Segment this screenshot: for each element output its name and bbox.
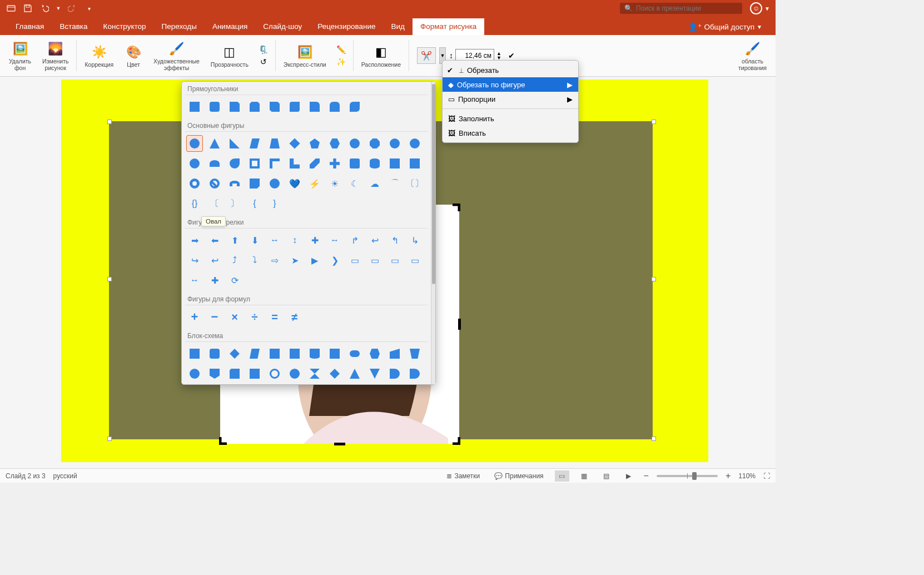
shapes-scroll-area[interactable]: Прямоугольники Основные фигуры — [182, 82, 431, 384]
shape-equal[interactable]: = — [266, 309, 283, 325]
shape-arrow-curved-left[interactable]: ↩ — [206, 252, 223, 269]
crop-mark-s[interactable] — [334, 443, 345, 445]
shape-arrow-curved-right[interactable]: ↪ — [186, 252, 203, 269]
shape-arrow-striped[interactable]: ⇨ — [266, 252, 283, 269]
shape-lightning[interactable]: ⚡ — [306, 175, 323, 192]
shape-arrow-callout-lr[interactable]: ↔ — [186, 272, 203, 289]
transparency-button[interactable]: ◫ Прозрачность — [206, 37, 253, 75]
shape-plaque[interactable] — [346, 155, 363, 172]
shape-fc-stored[interactable] — [386, 365, 403, 382]
compress-pictures-icon[interactable]: 🗜️ — [257, 43, 270, 56]
shape-arrow-callout-l[interactable]: ▭ — [366, 252, 383, 269]
shape-diag-stripe[interactable] — [306, 155, 323, 172]
feedback-smile-icon[interactable]: ☺ — [750, 2, 762, 14]
shape-fc-document[interactable] — [306, 345, 323, 362]
shape-arrow-leftright[interactable]: ↔ — [266, 232, 283, 249]
shape-bevel[interactable] — [406, 155, 423, 172]
status-comments-button[interactable]: 💬Примечания — [491, 469, 547, 483]
autosave-icon[interactable] — [6, 3, 17, 14]
lock-aspect-icon[interactable]: ✔ — [508, 51, 515, 60]
shape-brackets[interactable]: 〔〕 — [406, 175, 423, 192]
shape-arrow-pentagon[interactable]: ▶ — [306, 252, 323, 269]
tab-review[interactable]: Рецензирование — [310, 18, 383, 35]
shape-rectangle[interactable] — [186, 98, 203, 115]
shape-fc-collate[interactable] — [306, 365, 323, 382]
shape-fc-alt[interactable] — [206, 345, 223, 362]
shape-notequal[interactable]: ≠ — [286, 309, 303, 325]
shape-arc[interactable]: ⌒ — [386, 175, 403, 192]
zoom-slider[interactable] — [657, 475, 718, 477]
artistic-effects-button[interactable]: 🖌️ Художественныеэффекты — [149, 37, 204, 75]
crop-mark-sw[interactable] — [219, 432, 232, 445]
tab-picture-format[interactable]: Формат рисунка — [413, 18, 484, 35]
shape-left-bracket[interactable]: 〔 — [206, 195, 223, 212]
shape-fc-tape[interactable] — [246, 365, 263, 382]
view-reading-button[interactable]: ▤ — [599, 470, 614, 482]
redo-icon[interactable] — [67, 3, 78, 14]
shape-minus[interactable]: − — [206, 309, 223, 325]
shape-arrow-uturn[interactable]: ↩ — [366, 232, 383, 249]
shape-round-same[interactable] — [326, 98, 343, 115]
shape-half-frame[interactable] — [266, 155, 283, 172]
status-language[interactable]: русский — [53, 472, 77, 480]
search-box[interactable]: 🔍 — [620, 3, 742, 14]
shape-arrow-bentup[interactable]: ↳ — [406, 232, 423, 249]
shape-arrow-callout-d[interactable]: ▭ — [406, 252, 423, 269]
shape-donut[interactable] — [186, 175, 203, 192]
shape-fc-internal[interactable] — [286, 345, 303, 362]
shape-arrow-right[interactable]: ➡ — [186, 232, 203, 249]
shape-round-single[interactable] — [306, 98, 323, 115]
tab-insert[interactable]: Вставка — [52, 18, 95, 35]
shape-fc-multidoc[interactable] — [326, 345, 343, 362]
picture-effects-icon[interactable]: ✨ — [335, 56, 347, 68]
shape-arrow-callout-quad[interactable]: ✚ — [206, 272, 223, 289]
shape-right-bracket[interactable]: 〕 — [226, 195, 243, 212]
status-slide-number[interactable]: Слайд 2 из 3 — [6, 472, 46, 480]
qat-customize-icon[interactable]: ▾ — [83, 3, 95, 14]
shape-arrow-circular[interactable]: ⟳ — [226, 272, 243, 289]
selection-handle-se[interactable] — [652, 437, 656, 441]
shape-diamond[interactable] — [286, 135, 303, 152]
selection-handle-e[interactable] — [652, 277, 656, 281]
crop-button[interactable]: ✂️ — [417, 47, 436, 64]
shape-fc-extract[interactable] — [346, 365, 363, 382]
shape-snip-single[interactable] — [226, 98, 243, 115]
shape-cloud[interactable]: ☁ — [366, 175, 383, 192]
shape-fc-merge[interactable] — [366, 365, 383, 382]
shape-fc-process[interactable] — [186, 345, 203, 362]
tab-animations[interactable]: Анимация — [205, 18, 255, 35]
undo-icon[interactable] — [39, 3, 50, 14]
shape-arrow-bent[interactable]: ↱ — [346, 232, 363, 249]
shape-no-symbol[interactable] — [206, 175, 223, 192]
shape-round-diag[interactable] — [346, 98, 363, 115]
shape-fc-connector[interactable] — [186, 365, 203, 382]
shape-teardrop[interactable] — [226, 155, 243, 172]
shape-can[interactable] — [366, 155, 383, 172]
remove-background-button[interactable]: 🖼️ Удалитьфон — [4, 37, 36, 75]
shape-parallelogram[interactable] — [246, 135, 263, 152]
selection-handle-ne[interactable] — [652, 120, 656, 124]
shape-fc-card[interactable] — [226, 365, 243, 382]
shape-arrow-callout-u[interactable]: ▭ — [386, 252, 403, 269]
shape-arrow-up[interactable]: ⬆ — [226, 232, 243, 249]
crop-menu-crop[interactable]: ✔ ⟂ Обрезать — [443, 63, 578, 77]
shape-octagon[interactable] — [366, 135, 383, 152]
shape-left-brace[interactable]: { — [246, 195, 263, 212]
shape-folded-corner[interactable] — [246, 175, 263, 192]
tab-view[interactable]: Вид — [384, 18, 413, 35]
tab-slideshow[interactable]: Слайд-шоу — [255, 18, 310, 35]
shape-cube[interactable] — [386, 155, 403, 172]
shape-right-brace[interactable]: } — [266, 195, 283, 212]
shape-plus[interactable]: + — [186, 309, 203, 325]
shape-fc-decision[interactable] — [226, 345, 243, 362]
shape-heart[interactable]: 💙 — [286, 175, 303, 192]
crop-menu-fit[interactable]: 🖼 Вписать — [443, 126, 578, 140]
shape-fc-delay[interactable] — [406, 365, 423, 382]
zoom-out-button[interactable]: − — [644, 471, 649, 481]
shape-moon[interactable]: ☾ — [346, 175, 363, 192]
gallery-scrollbar[interactable] — [431, 82, 435, 384]
crop-menu-aspect[interactable]: ▭ Пропорции ▶ — [443, 92, 578, 106]
shape-chord[interactable] — [206, 155, 223, 172]
shape-arrow-left[interactable]: ⬅ — [206, 232, 223, 249]
shape-arrow-down[interactable]: ⬇ — [246, 232, 263, 249]
